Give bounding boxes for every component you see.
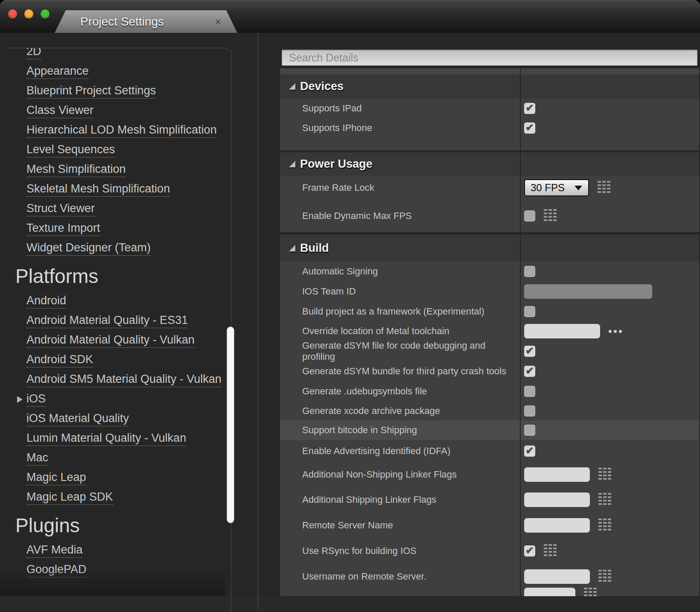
property-row[interactable] xyxy=(280,589,699,596)
grid-icon[interactable] xyxy=(544,544,557,558)
section-header-build[interactable]: Build xyxy=(280,235,699,262)
text-field[interactable] xyxy=(524,518,590,533)
checkbox-checked[interactable]: ✔ xyxy=(524,122,535,134)
window-titlebar: Project Settings × xyxy=(0,0,700,33)
zoom-button[interactable] xyxy=(41,9,50,18)
sidebar-item-android-sdk[interactable]: Android SDK xyxy=(5,350,230,370)
sidebar-item-android-sm5-material-quality-vulkan[interactable]: Android SM5 Material Quality - Vulkan xyxy=(5,370,230,390)
sidebar-item-android[interactable]: Android xyxy=(5,291,230,311)
sidebar-item-googlepad[interactable]: GooglePAD xyxy=(5,560,230,580)
sidebar-item-struct-viewer[interactable]: Struct Viewer xyxy=(5,199,230,219)
checkbox-unchecked[interactable] xyxy=(524,405,535,417)
section-rows: Automatic Signing IOS Team ID Build proj… xyxy=(280,262,699,596)
property-row[interactable]: Override location of Metal toolchain xyxy=(280,321,699,341)
property-row[interactable]: Additional Shipping Linker Flags xyxy=(280,487,699,513)
checkbox-checked[interactable]: ✔ xyxy=(524,366,535,377)
property-row[interactable]: Generate xcode archive package xyxy=(280,401,699,420)
sidebar-item-mac[interactable]: Mac xyxy=(5,449,230,468)
property-row[interactable]: Generate .udebugsymbols file xyxy=(280,381,699,401)
sidebar-item-mesh-simplification[interactable]: Mesh Simplification xyxy=(5,160,230,180)
sidebar-item-lumin-material-quality-vulkan[interactable]: Lumin Material Quality - Vulkan xyxy=(5,429,230,449)
sidebar-item-ios[interactable]: iOS xyxy=(5,390,230,409)
text-field[interactable] xyxy=(524,493,590,507)
sidebar-scrollbar-thumb[interactable] xyxy=(227,326,234,523)
checkbox-unchecked[interactable] xyxy=(524,306,535,317)
property-label: Use RSync for building IOS xyxy=(302,545,417,556)
grid-icon[interactable] xyxy=(598,570,611,583)
sidebar-item-android-material-quality-vulkan[interactable]: Android Material Quality - Vulkan xyxy=(5,331,230,350)
tab-close-icon[interactable]: × xyxy=(215,17,221,27)
property-row[interactable]: Support bitcode in Shipping xyxy=(280,420,699,440)
sidebar-item-blueprint-project-settings[interactable]: Blueprint Project Settings xyxy=(5,82,230,101)
property-row[interactable]: Generate dSYM bundle for third party cra… xyxy=(280,361,699,381)
property-row[interactable]: Supports IPhone ✔ xyxy=(280,118,699,138)
property-row[interactable]: Enable Dynamic Max FPS xyxy=(280,200,699,232)
minimize-button[interactable] xyxy=(24,9,33,18)
sidebar-item-hierarchical-lod-mesh-simplification[interactable]: Hierarchical LOD Mesh Simplification xyxy=(5,121,230,140)
property-row[interactable]: Build project as a framework (Experiment… xyxy=(280,302,699,321)
property-label: Enable Dynamic Max FPS xyxy=(302,210,412,221)
sidebar-item-ios-material-quality[interactable]: iOS Material Quality xyxy=(5,409,230,429)
chevron-down-icon xyxy=(575,186,582,190)
grid-icon[interactable] xyxy=(584,588,597,596)
property-row[interactable]: Remote Server Name xyxy=(280,513,699,538)
expanded-triangle-icon xyxy=(289,83,295,90)
expanded-triangle-icon xyxy=(289,161,295,167)
check-mark-icon: ✔ xyxy=(525,103,534,113)
sidebar-item-2d[interactable]: 2D xyxy=(5,48,230,62)
checkbox-unchecked[interactable] xyxy=(524,425,535,436)
sidebar-panel-divider xyxy=(258,33,258,609)
sidebar-item-appearance[interactable]: Appearance xyxy=(5,62,230,82)
property-row[interactable]: IOS Team ID xyxy=(280,281,699,302)
search-input[interactable] xyxy=(282,50,697,66)
text-field[interactable] xyxy=(524,588,575,596)
grid-icon[interactable] xyxy=(598,468,611,481)
section-title: Power Usage xyxy=(300,157,373,171)
text-field[interactable] xyxy=(524,569,590,584)
checkbox-unchecked[interactable] xyxy=(524,266,535,277)
sidebar-item-skeletal-mesh-simplification[interactable]: Skeletal Mesh Simplification xyxy=(5,180,230,199)
bottom-strip xyxy=(0,596,700,612)
dropdown-value: 30 FPS xyxy=(525,182,575,194)
text-field[interactable] xyxy=(524,324,600,338)
section-header-devices[interactable]: Devices xyxy=(280,74,699,99)
frame-rate-dropdown[interactable]: 30 FPS xyxy=(524,179,589,196)
text-field[interactable] xyxy=(524,284,652,299)
sidebar-item-avf-media[interactable]: AVF Media xyxy=(5,541,230,560)
section-title: Devices xyxy=(300,80,344,93)
text-field[interactable] xyxy=(524,467,590,482)
sidebar-item-texture-import[interactable]: Texture Import xyxy=(5,219,230,239)
property-row[interactable]: Automatic Signing xyxy=(280,262,699,281)
property-row[interactable]: Supports IPad ✔ xyxy=(280,99,699,118)
window-body: 2D Appearance Blueprint Project Settings… xyxy=(0,33,700,612)
expand-arrow-icon xyxy=(17,396,23,403)
property-row[interactable]: Use RSync for building IOS ✔ xyxy=(280,538,699,564)
sidebar-item-class-viewer[interactable]: Class Viewer xyxy=(5,101,230,121)
sidebar-item-magic-leap[interactable]: Magic Leap xyxy=(5,468,230,488)
checkbox-checked[interactable]: ✔ xyxy=(524,103,535,114)
grid-icon[interactable] xyxy=(598,181,610,195)
property-row[interactable]: Frame Rate Lock 30 FPS xyxy=(280,176,699,200)
property-label: Support bitcode in Shipping xyxy=(302,425,417,435)
grid-icon[interactable] xyxy=(598,493,611,507)
property-row[interactable]: Generate dSYM file for code debugging an… xyxy=(280,341,699,361)
sidebar-item-widget-designer-team[interactable]: Widget Designer (Team) xyxy=(5,239,230,258)
grid-icon[interactable] xyxy=(598,519,611,532)
section-header-power-usage[interactable]: Power Usage xyxy=(280,152,699,176)
property-row[interactable]: Additional Non-Shipping Linker Flags xyxy=(280,462,699,487)
settings-section: Build Automatic Signing IOS Team ID Buil… xyxy=(280,235,699,596)
checkbox-checked[interactable]: ✔ xyxy=(524,545,535,557)
sidebar-item-android-material-quality-es31[interactable]: Android Material Quality - ES31 xyxy=(5,311,230,331)
checkbox-unchecked[interactable] xyxy=(524,210,535,221)
close-button[interactable] xyxy=(8,9,17,18)
grid-icon[interactable] xyxy=(544,209,557,223)
ellipsis-icon[interactable] xyxy=(609,330,622,333)
property-label: Generate dSYM file for code debugging an… xyxy=(302,340,485,362)
sidebar-item-level-sequences[interactable]: Level Sequences xyxy=(5,140,230,160)
property-row[interactable]: Enable Advertising Identified (IDFA) ✔ xyxy=(280,440,699,462)
checkbox-checked[interactable]: ✔ xyxy=(524,346,535,357)
checkbox-checked[interactable]: ✔ xyxy=(524,446,535,457)
checkbox-unchecked[interactable] xyxy=(524,386,535,397)
sidebar-item-magic-leap-sdk[interactable]: Magic Leap SDK xyxy=(5,488,230,507)
tab-project-settings[interactable]: Project Settings × xyxy=(55,10,237,33)
